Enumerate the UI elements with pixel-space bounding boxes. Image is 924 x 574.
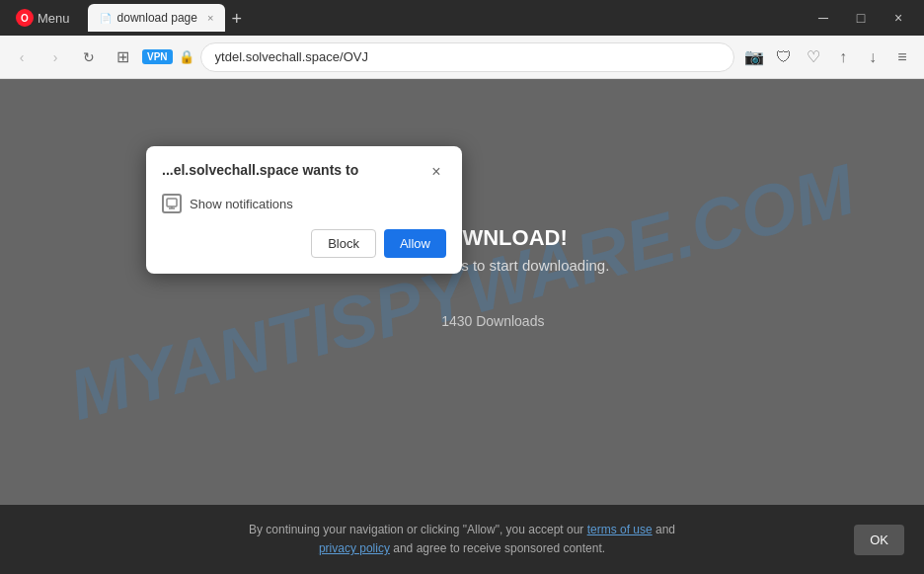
dialog-close-button[interactable]: × <box>426 162 446 182</box>
downloads-count: 1430 Downloads <box>441 313 544 329</box>
download-icon-button[interactable]: ↓ <box>859 43 886 71</box>
active-tab[interactable]: 📄 download page × <box>88 4 226 32</box>
window-controls: ─ □ × <box>806 4 916 32</box>
allow-button[interactable]: Allow <box>384 229 446 258</box>
address-actions: 📷 🛡 ♡ ↑ ↓ ≡ <box>740 43 916 71</box>
minimize-button[interactable]: ─ <box>806 4 841 32</box>
privacy-policy-link[interactable]: privacy policy <box>319 541 390 555</box>
opera-menu[interactable]: O Menu <box>8 5 78 31</box>
terms-of-use-link[interactable]: terms of use <box>587 523 653 536</box>
heart-icon-button[interactable]: ♡ <box>800 43 827 71</box>
maximize-button[interactable]: □ <box>843 4 879 32</box>
grid-button[interactable]: ⊞ <box>109 43 136 71</box>
bottom-bar: By continuing your navigation or clickin… <box>0 505 924 574</box>
tab-bar: 📄 download page × + <box>84 4 800 32</box>
dialog-title: ...el.solvechall.space wants to <box>162 162 426 178</box>
shield-icon-button[interactable]: 🛡 <box>770 43 798 71</box>
notification-permission-icon <box>162 194 182 213</box>
dialog-header: ...el.solvechall.space wants to × <box>162 162 446 182</box>
lock-icon: 🔒 <box>179 49 194 64</box>
tab-close-icon[interactable]: × <box>207 12 213 24</box>
address-bar: ‹ › ↻ ⊞ VPN 🔒 📷 🛡 ♡ ↑ ↓ ≡ <box>0 36 924 79</box>
dialog-actions: Block Allow <box>162 229 446 258</box>
menu-icon-button[interactable]: ≡ <box>888 43 916 71</box>
refresh-button[interactable]: ↻ <box>75 43 103 71</box>
svg-rect-0 <box>167 199 177 206</box>
bottom-text-between: and <box>653 523 675 536</box>
page-content: MYANTISPYWARE.COM O DOWNLOAD! tification… <box>0 79 924 505</box>
tab-favicon-icon: 📄 <box>100 13 112 24</box>
opera-icon: O <box>16 9 34 27</box>
tab-title: download page <box>117 11 197 25</box>
close-button[interactable]: × <box>881 4 916 32</box>
bottom-text-before-link1: By continuing your navigation or clickin… <box>249 523 587 536</box>
back-button[interactable]: ‹ <box>8 43 36 71</box>
upload-icon-button[interactable]: ↑ <box>829 43 857 71</box>
new-tab-button[interactable]: + <box>225 9 248 30</box>
forward-button[interactable]: › <box>41 43 69 71</box>
url-input[interactable] <box>200 42 734 72</box>
permission-label: Show notifications <box>190 197 293 211</box>
vpn-badge[interactable]: VPN <box>142 49 173 64</box>
bottom-text: By continuing your navigation or clickin… <box>249 521 675 558</box>
camera-icon-button[interactable]: 📷 <box>740 43 768 71</box>
bottom-text-after: and agree to receive sponsored content. <box>390 541 605 555</box>
notification-dialog: ...el.solvechall.space wants to × Show n… <box>146 146 462 274</box>
menu-label: Menu <box>38 11 70 26</box>
block-button[interactable]: Block <box>311 229 376 258</box>
dialog-permission-row: Show notifications <box>162 194 446 213</box>
ok-button[interactable]: OK <box>854 525 904 555</box>
